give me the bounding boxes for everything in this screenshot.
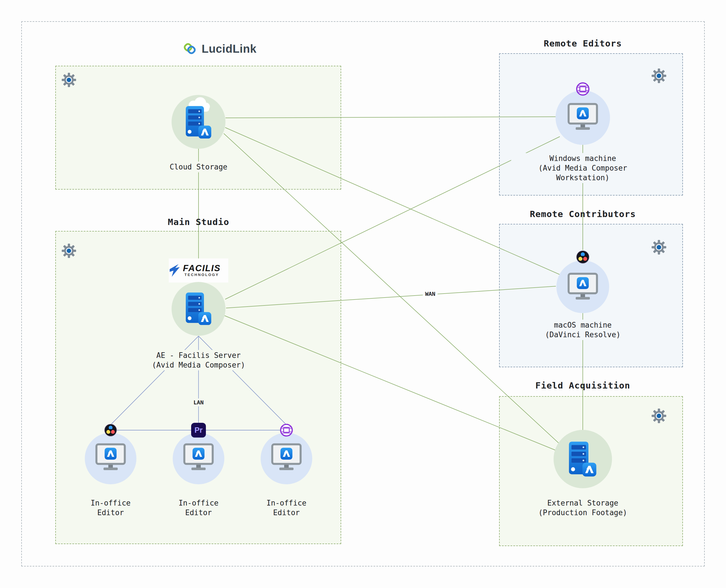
lucidlink-logo: LucidLink [183,42,256,56]
workstation-avid-icon [183,443,214,470]
field-acquisition-title: Field Acquisition [536,380,630,391]
davinci-resolve-icon [104,423,117,437]
premiere-pro-icon: Pr [191,423,206,438]
film-frame-icon [280,423,293,437]
in-office-editor-label: In-office Editor [176,498,221,518]
remote-editors-title: Remote Editors [544,38,622,48]
facilis-technology-logo: FACILIS TECHNOLOGY [169,258,228,282]
macos-machine-label: macOS machine (DaVinci Resolve) [542,320,623,340]
lucidlink-infinity-icon [183,42,197,56]
workstation-avid-icon [95,443,126,470]
main-studio-title: Main Studio [168,217,229,227]
facilis-arrow-icon [169,263,181,278]
lucidlink-wordmark: LucidLink [202,42,256,55]
cloud-storage-label: Cloud Storage [167,162,230,172]
in-office-editor-label: In-office Editor [264,498,309,518]
network-diagram: LucidLink Main Studio Remote Editors Rem… [0,0,726,588]
davinci-resolve-icon [576,250,590,264]
premiere-pro-glyph: Pr [195,426,203,435]
external-storage-label: External Storage (Production Footage) [536,498,630,518]
lan-label: LAN [191,398,206,406]
facilis-wordmark: FACILIS [183,264,221,273]
windows-machine-label: Windows machine (Avid Media Composer Wor… [511,153,654,183]
cloud-server-avid-icon [185,105,212,140]
film-frame-icon [576,82,590,96]
remote-contributors-title: Remote Contributors [530,209,636,219]
wan-label: WAN [423,290,438,298]
facilis-server-label: AE - Facilis Server (Avid Media Composer… [149,350,248,370]
server-avid-icon [185,292,212,326]
in-office-editor-label: In-office Editor [88,498,134,518]
workstation-avid-icon [567,273,598,300]
facilis-subtitle: TECHNOLOGY [183,273,221,277]
workstation-avid-icon [567,103,598,130]
server-avid-icon [568,441,597,478]
workstation-avid-icon [271,443,302,470]
